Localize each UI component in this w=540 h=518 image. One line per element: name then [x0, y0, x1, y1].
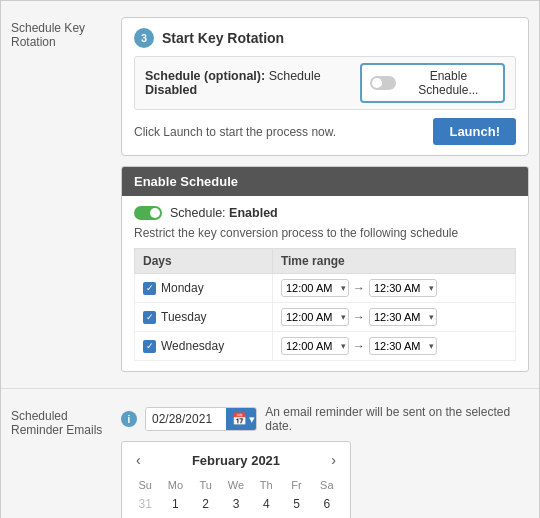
- cal-header-fr: Fr: [281, 476, 311, 494]
- calendar-month-year: February 2021: [192, 453, 280, 468]
- calendar-container: ‹ February 2021 › SuMoTuWeThFrSa 3112345…: [121, 441, 351, 518]
- panel-header: Enable Schedule: [122, 167, 528, 196]
- calendar-day[interactable]: 4: [251, 494, 281, 514]
- day-checkbox[interactable]: ✓: [143, 340, 156, 353]
- calendar-day[interactable]: 12: [281, 514, 311, 518]
- day-check: ✓ Wednesday: [143, 339, 264, 353]
- calendar-day[interactable]: 13: [312, 514, 342, 518]
- day-name: Monday: [161, 281, 204, 295]
- calendar-day[interactable]: 5: [281, 494, 311, 514]
- calendar-day[interactable]: 11: [251, 514, 281, 518]
- schedule-status: Schedule: [269, 69, 321, 83]
- calendar-day[interactable]: 7: [130, 514, 160, 518]
- section1-content: 3 Start Key Rotation Schedule (optional)…: [121, 17, 529, 372]
- arrow-right-icon: →: [353, 339, 365, 353]
- next-month-button[interactable]: ›: [325, 450, 342, 470]
- schedule-row: Schedule (optional): Schedule Disabled E…: [134, 56, 516, 110]
- calendar-day[interactable]: 9: [191, 514, 221, 518]
- cal-header-su: Su: [130, 476, 160, 494]
- end-time-wrapper: 12:30 AM: [369, 279, 437, 297]
- section2-label: Scheduled Reminder Emails: [11, 409, 121, 518]
- cal-header-tu: Tu: [191, 476, 221, 494]
- calendar-day[interactable]: 31: [130, 494, 160, 514]
- card-title: Start Key Rotation: [162, 30, 284, 46]
- day-checkbox[interactable]: ✓: [143, 282, 156, 295]
- prev-month-button[interactable]: ‹: [130, 450, 147, 470]
- calendar-day[interactable]: 6: [312, 494, 342, 514]
- calendar-day[interactable]: 3: [221, 494, 251, 514]
- date-input-row: i 📅 ▾ An email reminder will be sent on …: [121, 405, 529, 433]
- day-name: Wednesday: [161, 339, 224, 353]
- day-check: ✓ Tuesday: [143, 310, 264, 324]
- cal-header-we: We: [221, 476, 251, 494]
- schedule-enabled-value: Enabled: [229, 206, 278, 220]
- time-cell: 12:00 AM → 12:30 AM: [281, 279, 507, 297]
- enabled-label: Schedule: Enabled: [170, 206, 278, 220]
- start-time-wrapper: 12:00 AM: [281, 279, 349, 297]
- end-time-select[interactable]: 12:30 AM: [369, 337, 437, 355]
- schedule-label: Schedule (optional):: [145, 69, 265, 83]
- col-timerange: Time range: [272, 249, 515, 274]
- dropdown-arrow: ▾: [249, 413, 255, 426]
- calendar-week-row: 78910111213: [130, 514, 342, 518]
- start-time-select[interactable]: 12:00 AM: [281, 279, 349, 297]
- calendar-day[interactable]: 8: [160, 514, 190, 518]
- restrict-text: Restrict the key conversion process to t…: [134, 226, 516, 240]
- schedule-row-tuesday: ✓ Tuesday 12:00 AM → 12:30 AM: [135, 303, 516, 332]
- launch-row: Click Launch to start the process now. L…: [134, 118, 516, 145]
- calendar-day[interactable]: 1: [160, 494, 190, 514]
- section1-label: Schedule Key Rotation: [11, 21, 121, 372]
- reminder-text: An email reminder will be sent on the se…: [265, 405, 529, 433]
- cal-header-th: Th: [251, 476, 281, 494]
- schedule-prefix: Schedule:: [170, 206, 226, 220]
- cal-header-sa: Sa: [312, 476, 342, 494]
- info-icon: i: [121, 411, 137, 427]
- end-time-wrapper: 12:30 AM: [369, 337, 437, 355]
- launch-text: Click Launch to start the process now.: [134, 125, 336, 139]
- enable-schedule-label: Enable Schedule...: [402, 69, 495, 97]
- end-time-select[interactable]: 12:30 AM: [369, 308, 437, 326]
- day-checkbox[interactable]: ✓: [143, 311, 156, 324]
- arrow-right-icon: →: [353, 281, 365, 295]
- time-cell: 12:00 AM → 12:30 AM: [281, 308, 507, 326]
- end-time-wrapper: 12:30 AM: [369, 308, 437, 326]
- schedule-key-rotation-section: Schedule Key Rotation 3 Start Key Rotati…: [1, 1, 539, 389]
- start-time-select[interactable]: 12:00 AM: [281, 337, 349, 355]
- start-time-wrapper: 12:00 AM: [281, 337, 349, 355]
- schedule-row-wednesday: ✓ Wednesday 12:00 AM → 12:30 AM: [135, 332, 516, 361]
- calendar-button[interactable]: 📅 ▾: [226, 408, 257, 430]
- arrow-right-icon: →: [353, 310, 365, 324]
- calendar-day[interactable]: 2: [191, 494, 221, 514]
- main-container: Schedule Key Rotation 3 Start Key Rotati…: [0, 0, 540, 518]
- enable-schedule-panel: Enable Schedule Schedule: Enabled Restri…: [121, 166, 529, 372]
- calendar-icon: 📅: [232, 412, 247, 426]
- enable-schedule-button[interactable]: Enable Schedule...: [360, 63, 505, 103]
- col-days: Days: [135, 249, 273, 274]
- scheduled-reminder-emails-section: Scheduled Reminder Emails i 📅 ▾ An email…: [1, 389, 539, 518]
- toggle-off-icon: [370, 76, 396, 90]
- schedule-enabled-row: Schedule: Enabled: [134, 206, 516, 220]
- schedule-disabled: Disabled: [145, 83, 197, 97]
- calendar-day[interactable]: 10: [221, 514, 251, 518]
- schedule-table: Days Time range ✓ Monday: [134, 248, 516, 361]
- date-input[interactable]: [146, 408, 226, 430]
- date-input-box: 📅 ▾: [145, 407, 257, 431]
- calendar-week-row: 31123456: [130, 494, 342, 514]
- end-time-select[interactable]: 12:30 AM: [369, 279, 437, 297]
- calendar-nav: ‹ February 2021 ›: [130, 450, 342, 470]
- schedule-row-monday: ✓ Monday 12:00 AM → 12:30 AM: [135, 274, 516, 303]
- time-cell: 12:00 AM → 12:30 AM: [281, 337, 507, 355]
- toggle-on-icon[interactable]: [134, 206, 162, 220]
- date-picker-area: i 📅 ▾ An email reminder will be sent on …: [121, 405, 529, 518]
- step-circle: 3: [134, 28, 154, 48]
- launch-button[interactable]: Launch!: [433, 118, 516, 145]
- start-time-select[interactable]: 12:00 AM: [281, 308, 349, 326]
- panel-body: Schedule: Enabled Restrict the key conve…: [122, 196, 528, 371]
- day-check: ✓ Monday: [143, 281, 264, 295]
- card-header: 3 Start Key Rotation: [134, 28, 516, 48]
- start-time-wrapper: 12:00 AM: [281, 308, 349, 326]
- calendar-grid: SuMoTuWeThFrSa 3112345678910111213141516…: [130, 476, 342, 518]
- start-key-rotation-card: 3 Start Key Rotation Schedule (optional)…: [121, 17, 529, 156]
- cal-header-mo: Mo: [160, 476, 190, 494]
- schedule-text: Schedule (optional): Schedule Disabled: [145, 69, 360, 97]
